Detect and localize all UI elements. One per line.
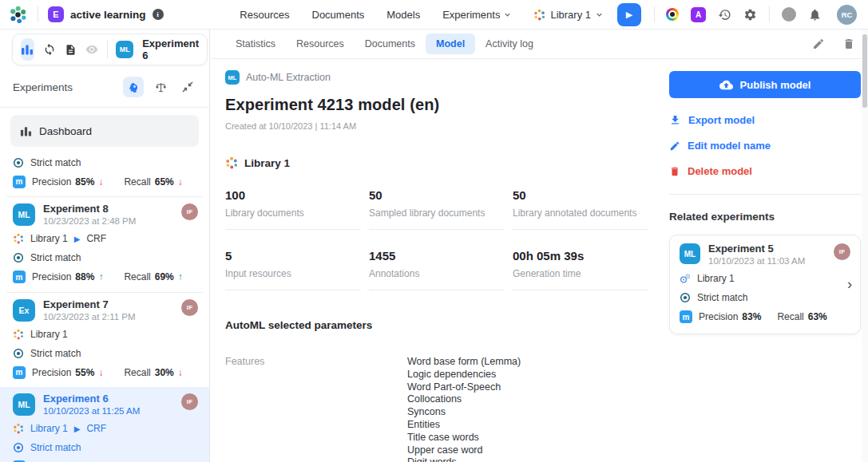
bar-chart-icon[interactable] xyxy=(21,38,34,61)
precision-value: 85% xyxy=(75,176,94,188)
model-actions-panel: Publish model Export model Edit model na… xyxy=(669,71,861,334)
collapse-icon[interactable] xyxy=(177,77,198,97)
nav-documents[interactable]: Documents xyxy=(312,9,365,21)
feature-item: Logic dependencies xyxy=(407,369,521,381)
view-toolbar: ML Experiment 6 xyxy=(12,34,208,65)
scrollbar-thumb[interactable] xyxy=(862,34,867,108)
settings-icon[interactable] xyxy=(743,8,757,22)
library-label: Library 1 xyxy=(697,273,735,284)
delete-icon[interactable] xyxy=(842,38,855,50)
main-nav: Resources Documents Models Experiments xyxy=(240,9,511,21)
library-dots-icon xyxy=(13,329,24,340)
recall-value: 65% xyxy=(155,176,174,188)
tab-activity-log[interactable]: Activity log xyxy=(475,34,544,54)
features-label: Features xyxy=(225,356,407,462)
document-icon[interactable] xyxy=(65,44,77,56)
experiment-card-7[interactable]: Ex Experiment 7 10/23/2023 at 2:11 PM IF… xyxy=(0,293,209,388)
publish-model-button[interactable]: Publish model xyxy=(669,71,861,98)
model-content: ML Auto-ML Extraction Experiment 4213 mo… xyxy=(211,59,862,462)
sidebar-item-dashboard[interactable]: Dashboard xyxy=(10,115,199,147)
run-button[interactable]: ▶ xyxy=(617,3,641,26)
eye-icon[interactable] xyxy=(85,43,98,56)
library-selector[interactable]: Library 1 xyxy=(533,9,603,21)
edit-model-name-link[interactable]: Edit model name xyxy=(669,140,861,152)
divider xyxy=(669,194,861,195)
recall-value: 69% xyxy=(155,271,174,282)
edit-icon[interactable] xyxy=(812,38,825,50)
algorithm-tag: CRF xyxy=(86,423,106,434)
related-experiment-card[interactable]: ML Experiment 5 10/10/2023 at 11:03 AM I… xyxy=(669,235,861,334)
feature-item: Word Part-of-Speech xyxy=(407,381,521,394)
precision-value: 55% xyxy=(75,367,94,378)
download-icon xyxy=(669,114,681,126)
library-label: Library 1 xyxy=(30,329,68,340)
delete-icon xyxy=(669,166,680,177)
library-label: Library 1 xyxy=(30,423,68,434)
nav-resources[interactable]: Resources xyxy=(240,9,289,21)
trend-up-icon: ↑ xyxy=(178,271,183,282)
owner-avatar: IF xyxy=(181,203,198,220)
record-icon[interactable] xyxy=(666,8,679,21)
app-logo-icon[interactable] xyxy=(8,5,28,25)
experiment-card-partial[interactable]: Strict match m Precision85%↓ Recall65%↓ xyxy=(0,148,209,196)
experiment-title: Experiment 5 xyxy=(708,243,805,254)
divider xyxy=(654,6,655,22)
play-icon: ▶ xyxy=(74,235,81,243)
match-type-label: Strict match xyxy=(30,348,81,359)
params-section-title: AutoML selected parameters xyxy=(225,319,660,331)
trend-down-icon: ↓ xyxy=(98,176,103,188)
target-icon xyxy=(13,252,24,263)
experiment-date: 10/10/2023 at 11:03 AM xyxy=(708,257,805,267)
experiment-card-8[interactable]: ML Experiment 8 10/23/2023 at 2:48 PM IF… xyxy=(0,197,209,292)
library-dots-icon xyxy=(13,423,24,434)
experiment-badge: ML xyxy=(680,243,700,264)
nav-experiments[interactable]: Experiments xyxy=(442,9,511,21)
user-avatar[interactable]: RC xyxy=(837,5,857,25)
status-circle-icon[interactable] xyxy=(782,7,796,22)
experiment-date: 10/10/2023 at 11:25 AM xyxy=(43,407,140,417)
related-experiments-title: Related experiments xyxy=(669,211,861,223)
owner-avatar: IF xyxy=(834,243,850,260)
chevron-right-icon[interactable]: › xyxy=(847,277,852,291)
created-timestamp: Created at 10/10/2023 | 11:14 AM xyxy=(225,121,660,131)
nav-models[interactable]: Models xyxy=(386,9,420,21)
tab-documents[interactable]: Documents xyxy=(355,34,426,54)
algorithm-tag: CRF xyxy=(86,233,106,244)
tab-statistics[interactable]: Statistics xyxy=(225,34,286,54)
dashboard-label: Dashboard xyxy=(39,125,92,137)
experiment-card-6-selected[interactable]: ML Experiment 6 10/10/2023 at 11:25 AM I… xyxy=(0,387,209,462)
export-model-link[interactable]: Export model xyxy=(669,114,861,126)
current-experiment-label: Experiment 6 xyxy=(142,38,199,61)
metric-badge: m xyxy=(13,176,26,188)
page-scrollbar[interactable] xyxy=(862,30,868,462)
experiment-badge: ML xyxy=(13,393,35,416)
utility-icons: A RC xyxy=(666,5,857,25)
translate-icon[interactable]: A xyxy=(691,7,706,22)
project-badge: E xyxy=(48,6,64,22)
feature-item: Syncons xyxy=(407,406,521,419)
info-icon[interactable]: i xyxy=(153,9,164,20)
sync-icon[interactable] xyxy=(43,43,56,56)
tab-resources[interactable]: Resources xyxy=(286,34,355,54)
experiment-title: Experiment 7 xyxy=(43,299,136,310)
scales-icon[interactable] xyxy=(150,77,171,97)
experiment-title: Experiment 8 xyxy=(43,203,136,214)
page-title: Experiment 4213 model (en) xyxy=(225,96,660,114)
feature-item: Digit words xyxy=(407,456,521,462)
target-icon xyxy=(13,348,24,359)
feature-item: Collocations xyxy=(407,393,521,406)
notifications-icon[interactable] xyxy=(808,8,822,22)
play-icon: ▶ xyxy=(74,424,81,433)
cloud-upload-icon xyxy=(719,78,733,92)
tab-model[interactable]: Model xyxy=(426,34,475,54)
recall-value: 63% xyxy=(808,311,827,322)
stat-library-documents: 100 Library documents xyxy=(225,188,361,230)
divider xyxy=(0,107,209,108)
ai-head-icon[interactable] xyxy=(123,77,144,97)
app-window: E active learning i Resources Documents … xyxy=(0,0,868,462)
stat-sampled-library-documents: 50 Sampled library documents xyxy=(369,188,505,230)
history-icon[interactable] xyxy=(718,8,731,22)
model-tabbar: Statistics Resources Documents Model Act… xyxy=(211,30,868,59)
match-type-label: Strict match xyxy=(30,157,81,168)
delete-model-link[interactable]: Delete model xyxy=(669,165,861,177)
